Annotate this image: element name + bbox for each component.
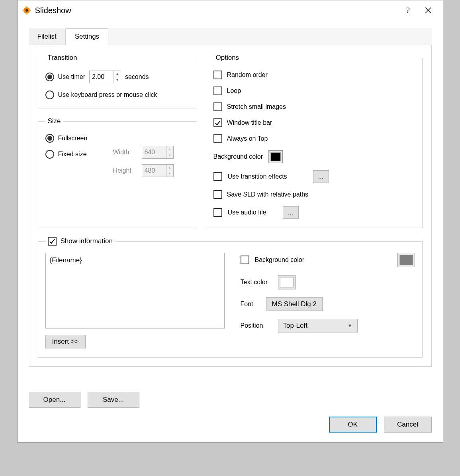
slideshow-dialog: Slideshow ? Filelist Settings Transition…: [17, 0, 443, 443]
width-spinner: ▲▼: [142, 146, 174, 159]
chk-titlebar[interactable]: [213, 118, 222, 127]
use-timer-label: Use timer: [58, 73, 85, 81]
radio-use-timer[interactable]: [45, 73, 54, 81]
chk-transition-fx[interactable]: [213, 172, 222, 181]
timer-value-input[interactable]: [90, 71, 114, 83]
chevron-down-icon: ▼: [348, 323, 352, 328]
showinfo-legend-label: Show information: [61, 237, 113, 245]
info-template-textarea[interactable]: [45, 253, 225, 328]
info-bgcolor-swatch[interactable]: [397, 253, 415, 267]
text-color-label: Text color: [241, 279, 272, 286]
bgcolor-swatch-inner: [270, 152, 281, 161]
help-button[interactable]: ?: [398, 2, 418, 18]
chk-show-info[interactable]: [48, 237, 57, 246]
titlebar-label: Window title bar: [227, 119, 272, 126]
bgcolor-label: Background color: [213, 153, 263, 160]
chk-ontop[interactable]: [213, 134, 222, 143]
tab-settings[interactable]: Settings: [66, 28, 108, 45]
transition-fx-configure[interactable]: ...: [313, 170, 329, 183]
height-input: [142, 165, 166, 177]
ontop-label: Always on Top: [227, 135, 268, 142]
chk-random[interactable]: [213, 71, 222, 79]
fixed-size-label: Fixed size: [58, 151, 87, 158]
svg-point-1: [25, 9, 28, 12]
bgcolor-swatch[interactable]: [268, 150, 283, 163]
chk-info-bgcolor[interactable]: [241, 256, 249, 264]
chk-audio[interactable]: [213, 208, 222, 217]
text-color-inner: [280, 277, 294, 287]
insert-button[interactable]: Insert >>: [45, 335, 86, 348]
tab-filelist[interactable]: Filelist: [29, 29, 66, 45]
radio-use-input[interactable]: [45, 90, 54, 99]
fullscreen-label: Fullscreen: [58, 135, 88, 142]
chk-loop[interactable]: [213, 87, 222, 95]
options-legend: Options: [213, 54, 242, 62]
info-bgcolor-inner: [399, 255, 413, 265]
transition-fx-label: Use transition effects: [228, 173, 307, 180]
timer-spinner[interactable]: ▲▼: [89, 71, 121, 83]
settings-pane: Transition Use timer ▲▼ seconds: [29, 45, 432, 367]
chk-rel-paths[interactable]: [213, 190, 222, 199]
dialog-title: Slideshow: [35, 6, 71, 15]
use-input-label: Use keyboard press or mouse click: [58, 91, 157, 98]
chk-stretch[interactable]: [213, 102, 222, 111]
position-label: Position: [241, 322, 272, 329]
position-select[interactable]: Top-Left ▼: [278, 319, 358, 332]
transition-group: Transition Use timer ▲▼ seconds: [38, 54, 197, 108]
dialog-footer: Open... Save... OK Cancel: [18, 384, 443, 442]
width-input: [142, 146, 166, 158]
transition-legend: Transition: [45, 54, 80, 62]
close-button[interactable]: [418, 2, 438, 18]
height-spinner: ▲▼: [142, 164, 174, 177]
timer-up[interactable]: ▲: [114, 71, 121, 77]
height-label: Height: [113, 167, 136, 174]
radio-fullscreen[interactable]: [45, 134, 54, 143]
rel-paths-label: Save SLD with relative paths: [227, 191, 309, 198]
save-button[interactable]: Save...: [88, 392, 139, 408]
seconds-label: seconds: [125, 73, 149, 81]
timer-down[interactable]: ▼: [114, 77, 121, 83]
cancel-button[interactable]: Cancel: [384, 417, 432, 433]
width-label: Width: [113, 149, 136, 156]
ok-button[interactable]: OK: [329, 417, 377, 433]
position-value: Top-Left: [283, 322, 307, 330]
open-button[interactable]: Open...: [29, 392, 80, 408]
app-icon: [22, 5, 32, 16]
size-group: Size Fullscreen Fixed size Width: [38, 117, 197, 228]
font-label: Font: [241, 301, 260, 308]
random-label: Random order: [227, 71, 268, 79]
options-group: Options Random order Loop Stretch small …: [206, 54, 423, 228]
info-bgcolor-label: Background color: [255, 256, 305, 264]
showinfo-group: Show information Insert >> Background co…: [38, 237, 423, 358]
dialog-content: Filelist Settings Transition Use timer ▲…: [18, 20, 443, 367]
audio-configure[interactable]: ...: [283, 206, 299, 219]
size-legend: Size: [45, 117, 63, 125]
titlebar: Slideshow ?: [18, 0, 443, 20]
font-button[interactable]: MS Shell Dlg 2: [266, 297, 323, 311]
loop-label: Loop: [227, 87, 241, 94]
radio-fixed-size[interactable]: [45, 150, 54, 159]
stretch-label: Stretch small images: [227, 103, 286, 110]
tabbar: Filelist Settings: [29, 28, 432, 45]
text-color-swatch[interactable]: [278, 275, 296, 289]
audio-label: Use audio file: [228, 209, 277, 216]
